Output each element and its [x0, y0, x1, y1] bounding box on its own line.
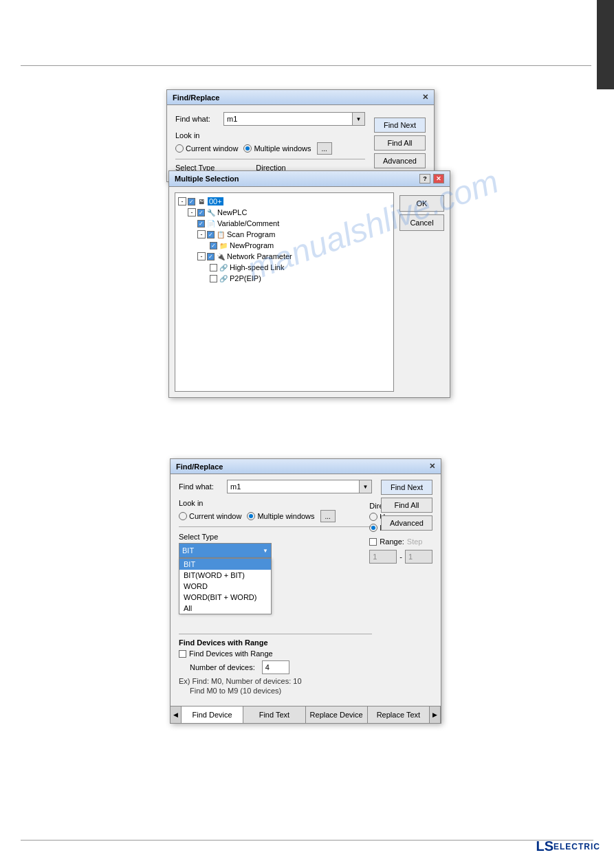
find-devices-section: Find Devices with Range Find Devices wit… [179, 634, 372, 695]
find-devices-row: Find Devices with Range [179, 649, 372, 658]
multiple-windows-label-2: Multiple windows [257, 512, 314, 520]
find-next-btn-1[interactable]: Find Next [374, 118, 426, 133]
dropdown-option-word-bit[interactable]: WORD(BIT + WORD) [179, 592, 271, 603]
select-type-section: Select Type BIT ▼ BIT BIT(WORD + BIT) WO… [179, 533, 372, 558]
prev-tab-btn[interactable]: ◀ [171, 706, 182, 723]
direction-up-radio[interactable] [369, 513, 377, 521]
multiselect-title-icons: ? ✕ [419, 174, 444, 183]
num-devices-input[interactable] [262, 660, 289, 674]
multiselect-title-bar[interactable]: Multiple Selection ? ✕ [169, 171, 450, 187]
multiselect-buttons: OK Cancel [399, 192, 444, 392]
multiselect-ok-btn[interactable]: OK [399, 195, 444, 212]
dropdown-option-word[interactable]: WORD [179, 581, 271, 592]
multiselect-help-icon[interactable]: ? [419, 174, 430, 183]
find-next-btn-2[interactable]: Find Next [381, 480, 432, 495]
tree-item-newplc[interactable]: - ✓ 🔧 NewPLC [178, 207, 391, 218]
tree-expand-root[interactable]: - [178, 197, 186, 205]
tree-checkbox-highspeed[interactable] [210, 264, 217, 271]
advanced-btn-1[interactable]: Advanced [374, 153, 426, 168]
tree-checkbox-newprogram[interactable]: ✓ [210, 242, 217, 249]
multiple-windows-option-1[interactable]: Multiple windows [243, 144, 311, 153]
range-inputs-row: - [369, 550, 432, 564]
tree-item-root[interactable]: - ✓ 🖥 00+ [178, 196, 391, 207]
range-section: Range: Step [369, 537, 432, 546]
example-note-2: Find M0 to M9 (10 devices) [179, 687, 372, 695]
tree-label-variable: Variable/Comment [217, 219, 279, 227]
dialog-2-title-bar[interactable]: Find/Replace ✕ [171, 459, 441, 474]
tab-replace-device[interactable]: Replace Device [306, 706, 368, 723]
range-to-input[interactable] [405, 550, 432, 564]
current-window-option-2[interactable]: Current window [179, 512, 241, 520]
range-checkbox[interactable] [369, 538, 377, 546]
dialog-1-close-icon[interactable]: ✕ [422, 93, 428, 102]
browse-btn-2[interactable]: ... [320, 510, 336, 522]
tree-item-p2p[interactable]: 🔗 P2P(EIP) [178, 273, 391, 284]
multiselect-close-icon[interactable]: ✕ [433, 174, 444, 183]
range-from-input[interactable] [369, 550, 397, 564]
select-type-dropdown[interactable]: BIT ▼ [179, 543, 272, 558]
dropdown-option-bit[interactable]: BIT [179, 559, 271, 570]
brand-electric: ELECTRIC [553, 842, 600, 852]
tree-checkbox-network[interactable]: ✓ [207, 253, 215, 260]
tree-item-scan[interactable]: - ✓ 📋 Scan Program [178, 229, 391, 240]
tab-find-text[interactable]: Find Text [243, 706, 305, 723]
current-window-label-1: Current window [186, 144, 238, 153]
bottom-line [21, 840, 593, 841]
tree-expand-newplc[interactable]: - [188, 208, 196, 216]
multiple-windows-option-2[interactable]: Multiple windows [247, 512, 314, 520]
ls-electric-brand: LS ELECTRIC [536, 838, 600, 854]
tree-checkbox-newplc[interactable]: ✓ [197, 209, 205, 216]
select-type-value: BIT [182, 546, 194, 555]
advanced-btn-2[interactable]: Advanced [381, 515, 432, 531]
dropdown-option-bit-word[interactable]: BIT(WORD + BIT) [179, 570, 271, 581]
tree-checkbox-root[interactable]: ✓ [188, 198, 195, 205]
multiple-selection-dialog: Multiple Selection ? ✕ - ✓ 🖥 00+ - ✓ 🔧 N… [168, 170, 450, 398]
browse-btn-1[interactable]: ... [317, 142, 332, 155]
tree-label-newplc: NewPLC [217, 208, 247, 216]
tree-icon-p2p: 🔗 [219, 274, 228, 283]
bottom-tabs: ◀ Find Device Find Text Replace Device R… [171, 706, 441, 723]
find-what-input-2[interactable] [227, 480, 360, 493]
dialog-2-close-icon[interactable]: ✕ [429, 462, 435, 471]
find-what-dropdown-2[interactable]: ▼ [360, 480, 372, 493]
find-devices-title: Find Devices with Range [179, 638, 372, 647]
tree-item-variable[interactable]: ✓ 📄 Variable/Comment [178, 218, 391, 229]
multiple-windows-radio-1[interactable] [243, 144, 252, 153]
find-all-btn-2[interactable]: Find All [381, 498, 432, 513]
multiple-windows-label-1: Multiple windows [254, 144, 311, 153]
h-line [21, 65, 591, 66]
tree-icon-newprogram: 📁 [219, 241, 228, 250]
tree-icon-variable: 📄 [206, 219, 216, 228]
dropdown-option-all[interactable]: All [179, 603, 271, 614]
lookin-label-2: Look in [179, 499, 372, 507]
tab-replace-text[interactable]: Replace Text [368, 706, 430, 723]
direction-down-radio[interactable] [369, 524, 377, 532]
multiselect-cancel-btn[interactable]: Cancel [399, 214, 444, 231]
tab-find-device[interactable]: Find Device [182, 706, 243, 723]
multiselect-title-text: Multiple Selection [175, 175, 239, 183]
tree-item-newprogram[interactable]: ✓ 📁 NewProgram [178, 240, 391, 251]
tree-checkbox-scan[interactable]: ✓ [207, 231, 215, 238]
tree-expand-scan[interactable]: - [197, 230, 206, 238]
find-devices-checkbox[interactable] [179, 650, 186, 658]
find-what-dropdown-1[interactable]: ▼ [353, 112, 365, 126]
find-what-input-1[interactable] [223, 112, 353, 126]
top-bar [597, 0, 614, 89]
tree-label-p2p: P2P(EIP) [230, 274, 261, 282]
find-all-btn-1[interactable]: Find All [374, 135, 426, 151]
tree-panel[interactable]: - ✓ 🖥 00+ - ✓ 🔧 NewPLC ✓ 📄 Variable/Comm… [175, 192, 394, 392]
current-window-radio-1[interactable] [175, 144, 184, 153]
next-tab-btn[interactable]: ▶ [430, 706, 441, 723]
range-label: Range: [380, 537, 404, 546]
tree-expand-network[interactable]: - [197, 252, 206, 260]
tree-item-highspeed[interactable]: 🔗 High-speed Link [178, 262, 391, 273]
example-note-1: Ex) Find: M0, Number of devices: 10 [179, 677, 372, 685]
tree-checkbox-p2p[interactable] [210, 275, 217, 282]
tree-checkbox-variable[interactable]: ✓ [197, 220, 205, 227]
dialog-1-title-bar[interactable]: Find/Replace ✕ [167, 90, 434, 105]
current-window-radio-2[interactable] [179, 512, 187, 520]
tree-item-network[interactable]: - ✓ 🔌 Network Parameter [178, 251, 391, 262]
multiple-windows-radio-2[interactable] [247, 512, 255, 520]
current-window-option-1[interactable]: Current window [175, 144, 238, 153]
tree-label-highspeed: High-speed Link [230, 263, 285, 271]
